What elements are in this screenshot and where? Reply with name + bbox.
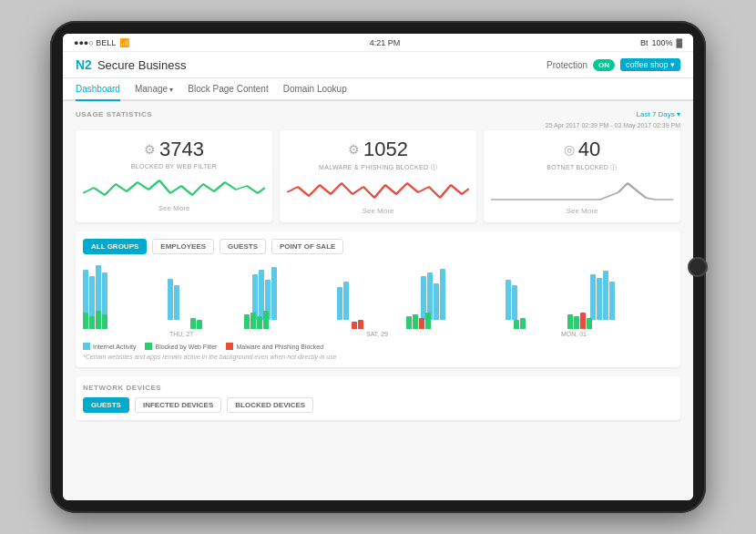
malware-see-more[interactable]: See More <box>287 207 469 215</box>
network-label: NETWORK DEVICES <box>83 384 673 392</box>
group-tab-all[interactable]: ALL GROUPS <box>83 239 147 254</box>
botnet-label: BOTNET BLOCKED ⓘ <box>491 163 673 172</box>
protection-label: Protection <box>547 60 587 70</box>
legend-dot-blocked <box>145 343 152 350</box>
stat-botnet: ◎ 40 BOTNET BLOCKED ⓘ See More <box>484 130 680 222</box>
botnet-sparkline <box>491 178 673 203</box>
ipad-frame: ●●●○ BELL 📶 4:21 PM Bt 100% ▓ N2 Secure … <box>50 21 706 513</box>
nav-block-page[interactable]: Block Page Content <box>188 78 268 101</box>
brand-logo: N2 <box>76 57 92 72</box>
web-filter-icon: ⚙ <box>144 142 156 157</box>
brand: N2 Secure Business <box>76 57 186 72</box>
legend-label-blocked: Blocked by Web Filter <box>155 344 217 350</box>
malware-icon: ⚙ <box>348 142 360 157</box>
sub-nav: Dashboard Manage Block Page Content Doma… <box>63 78 693 101</box>
protection-area: Protection ON coffee shop ▾ <box>547 58 680 71</box>
malware-sparkline <box>287 178 469 203</box>
groups-section: ALL GROUPS EMPLOYEES GUESTS POINT OF SAL… <box>76 231 680 367</box>
chart-legend: Internet Activity Blocked by Web Filter … <box>83 343 673 350</box>
legend-label-malware: Malware and Phishing Blocked <box>236 344 323 350</box>
malware-label: MALWARE & PHISHING BLOCKED ⓘ <box>287 163 469 172</box>
nav-dashboard[interactable]: Dashboard <box>76 78 120 101</box>
group-tabs: ALL GROUPS EMPLOYEES GUESTS POINT OF SAL… <box>83 239 673 254</box>
bluetooth-icon: Bt <box>640 38 649 47</box>
legend-label-internet: Internet Activity <box>93 344 136 350</box>
stats-grid: ⚙ 3743 BLOCKED BY WEB FILTER See More ⚙ <box>76 130 680 222</box>
battery-icon: ▓ <box>676 38 682 47</box>
main-content: USAGE STATISTICS Last 7 Days ▾ 25 Apr 20… <box>63 101 693 500</box>
home-button[interactable] <box>688 257 708 277</box>
group-tab-pos[interactable]: POINT OF SALE <box>271 239 343 254</box>
network-tab-infected[interactable]: INFECTED DEVICES <box>135 397 221 413</box>
date-detail: 25 Apr 2017 02:39 PM - 02 May 2017 02:39… <box>546 122 680 128</box>
top-nav: N2 Secure Business Protection ON coffee … <box>63 52 693 78</box>
nav-manage[interactable]: Manage <box>135 78 173 101</box>
web-filter-number: ⚙ 3743 <box>83 138 265 161</box>
nav-domain-lookup[interactable]: Domain Lookup <box>283 78 347 101</box>
chart-note: *Certain websites and apps remain active… <box>83 354 673 360</box>
botnet-number: ◎ 40 <box>491 138 673 161</box>
status-bar: ●●●○ BELL 📶 4:21 PM Bt 100% ▓ <box>63 34 693 52</box>
web-filter-sparkline <box>83 175 265 200</box>
stat-malware: ⚙ 1052 MALWARE & PHISHING BLOCKED ⓘ See … <box>280 130 476 222</box>
status-right: Bt 100% ▓ <box>640 38 682 47</box>
network-tab-guests[interactable]: GUESTS <box>83 397 129 413</box>
network-tabs: GUESTS INFECTED DEVICES BLOCKED DEVICES <box>83 397 673 413</box>
malware-number: ⚙ 1052 <box>287 138 469 161</box>
legend-blocked: Blocked by Web Filter <box>145 343 217 350</box>
bar-chart-area: // We'll render bars via inline JS here <box>83 262 673 344</box>
legend-dot-internet <box>83 343 90 350</box>
botnet-icon: ◎ <box>564 142 575 157</box>
network-tab-blocked[interactable]: BLOCKED DEVICES <box>227 397 313 413</box>
ipad-screen: ●●●○ BELL 📶 4:21 PM Bt 100% ▓ N2 Secure … <box>63 34 693 500</box>
web-filter-see-more[interactable]: See More <box>83 204 265 212</box>
stat-web-filter: ⚙ 3743 BLOCKED BY WEB FILTER See More <box>76 130 272 222</box>
carrier-text: ●●●○ BELL <box>74 38 116 47</box>
group-tab-guests[interactable]: GUESTS <box>220 239 266 254</box>
group-tab-employees[interactable]: EMPLOYEES <box>152 239 214 254</box>
protection-toggle[interactable]: ON <box>593 59 615 71</box>
legend-dot-malware <box>226 343 233 350</box>
stacked-bars-overlay <box>83 307 673 329</box>
location-button[interactable]: coffee shop ▾ <box>620 58 680 71</box>
network-section: NETWORK DEVICES GUESTS INFECTED DEVICES … <box>76 376 680 420</box>
date-range[interactable]: Last 7 Days ▾ <box>546 110 680 118</box>
time-display: 4:21 PM <box>370 38 401 47</box>
usage-statistics-label: USAGE STATISTICS <box>76 110 152 118</box>
brand-name: Secure Business <box>97 58 187 72</box>
status-left: ●●●○ BELL 📶 <box>74 38 129 47</box>
battery-text: 100% <box>651 38 672 47</box>
botnet-see-more[interactable]: See More <box>491 207 673 215</box>
wifi-icon: 📶 <box>119 38 129 47</box>
legend-internet: Internet Activity <box>83 343 136 350</box>
web-filter-label: BLOCKED BY WEB FILTER <box>83 163 265 169</box>
legend-malware: Malware and Phishing Blocked <box>226 343 323 350</box>
